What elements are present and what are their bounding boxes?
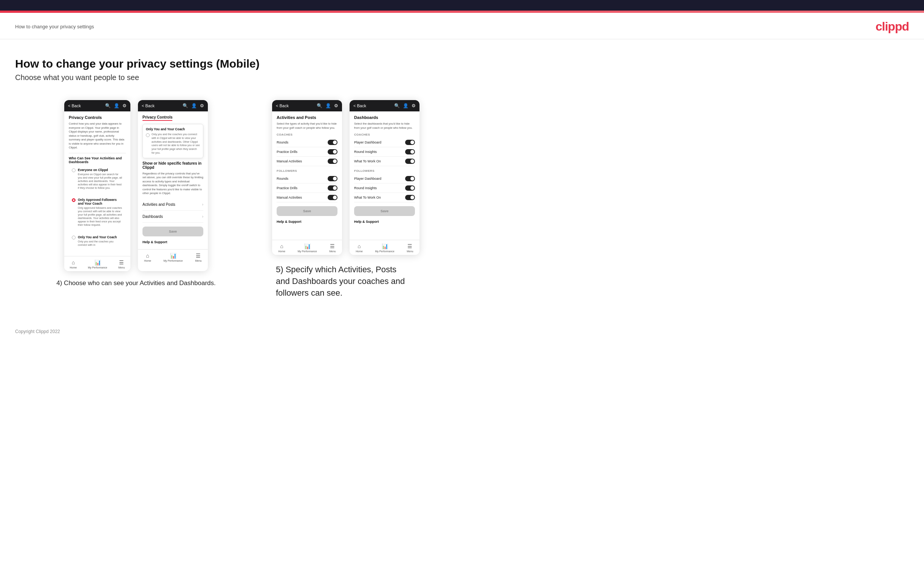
people-icon-3[interactable]: 👤	[325, 103, 331, 108]
round-insights-toggle-followers-control[interactable]	[405, 185, 415, 191]
nav-menu-label-3: Menu	[329, 250, 336, 253]
player-dashboard-toggle-followers-control[interactable]	[405, 176, 415, 181]
what-to-work-on-toggle-coaches[interactable]: What To Work On	[354, 157, 415, 166]
option-followers-coach-text: Only Approved Followers and Your Coach O…	[78, 198, 123, 227]
nav-performance-4[interactable]: 📊 My Performance	[375, 243, 394, 253]
practice-drills-toggle-coaches-control[interactable]	[328, 149, 338, 155]
page-title: How to change your privacy settings (Mob…	[15, 57, 514, 70]
rounds-toggle-followers[interactable]: Rounds	[277, 174, 338, 184]
radio-everyone[interactable]	[72, 168, 76, 172]
option-followers-coach[interactable]: Only Approved Followers and Your Coach O…	[69, 195, 126, 230]
dashboards-label: Dashboards	[142, 214, 163, 219]
nav-menu-4[interactable]: ☰ Menu	[407, 243, 414, 253]
people-icon-2[interactable]: 👤	[191, 103, 197, 108]
people-icon-1[interactable]: 👤	[114, 103, 120, 108]
nav-menu-label-2: Menu	[195, 259, 202, 262]
round-insights-toggle-coaches-control[interactable]	[405, 149, 415, 155]
nav-performance-3[interactable]: 📊 My Performance	[297, 243, 317, 253]
what-to-work-on-toggle-followers[interactable]: What To Work On	[354, 193, 415, 202]
settings-icon-3[interactable]: ⚙	[334, 103, 338, 108]
nav-performance-2[interactable]: 📊 My Performance	[163, 253, 183, 262]
body-1: Privacy Controls Control how you and you…	[64, 111, 130, 256]
nav-home-label-1: Home	[70, 266, 77, 269]
caption-4-block: 4) Choose who can see your Activities an…	[53, 271, 219, 288]
player-dashboard-toggle-followers[interactable]: Player Dashboard	[354, 174, 415, 184]
privacy-controls-tab[interactable]: Privacy Controls	[142, 115, 172, 121]
help-support-4: Help & Support	[354, 216, 415, 225]
dashboards-link[interactable]: Dashboards ›	[142, 211, 203, 223]
rounds-label-followers: Rounds	[277, 177, 288, 181]
bottom-nav-1: ⌂ Home 📊 My Performance ☰ Menu	[64, 256, 130, 271]
radio-you-coach[interactable]	[72, 235, 76, 239]
manual-activities-toggle-coaches-control[interactable]	[328, 159, 338, 164]
save-button-2[interactable]: Save	[142, 227, 203, 236]
screens-group-left: < Back 🔍 👤 ⚙ Privacy Controls Control ho…	[64, 100, 208, 271]
player-dashboard-toggle-coaches-control[interactable]	[405, 140, 415, 145]
rounds-toggle-followers-control[interactable]	[328, 176, 338, 181]
manual-activities-toggle-followers[interactable]: Manual Activities	[277, 193, 338, 202]
round-insights-toggle-followers[interactable]: Round Insights	[354, 184, 415, 193]
settings-icon-2[interactable]: ⚙	[200, 103, 204, 108]
player-dashboard-toggle-coaches[interactable]: Player Dashboard	[354, 138, 415, 147]
activities-posts-link[interactable]: Activities and Posts ›	[142, 198, 203, 211]
save-button-4[interactable]: Save	[354, 206, 415, 216]
coaches-label-3: COACHES	[277, 133, 338, 136]
nav-menu-2[interactable]: ☰ Menu	[195, 253, 202, 262]
what-to-work-on-toggle-followers-control[interactable]	[405, 195, 415, 200]
option-you-coach-text: Only You and Your Coach Only you and the…	[78, 235, 123, 247]
radio-followers-coach[interactable]	[72, 198, 76, 202]
round-insights-toggle-coaches[interactable]: Round Insights	[354, 147, 415, 157]
performance-icon-4: 📊	[382, 243, 388, 249]
practice-drills-toggle-followers[interactable]: Practice Drills	[277, 184, 338, 193]
nav-menu-1[interactable]: ☰ Menu	[118, 259, 125, 269]
manual-activities-label-coaches: Manual Activities	[277, 160, 302, 163]
search-icon-3[interactable]: 🔍	[317, 103, 322, 108]
nav-menu-3[interactable]: ☰ Menu	[329, 243, 336, 253]
nav-home-3[interactable]: ⌂ Home	[278, 243, 285, 253]
settings-icon-1[interactable]: ⚙	[123, 103, 127, 108]
body-4: Dashboards Select the dashboards that yo…	[350, 111, 420, 240]
rounds-toggle-coaches-control[interactable]	[328, 140, 338, 145]
screens-section: < Back 🔍 👤 ⚙ Privacy Controls Control ho…	[15, 100, 514, 299]
practice-drills-toggle-coaches[interactable]: Practice Drills	[277, 147, 338, 157]
performance-icon-2: 📊	[170, 253, 176, 259]
rounds-toggle-coaches[interactable]: Rounds	[277, 138, 338, 147]
save-button-3[interactable]: Save	[277, 206, 338, 216]
manual-activities-toggle-coaches[interactable]: Manual Activities	[277, 157, 338, 166]
nav-home-1[interactable]: ⌂ Home	[70, 259, 77, 269]
nav-home-label-2: Home	[144, 259, 151, 262]
manual-activities-toggle-followers-control[interactable]	[328, 195, 338, 200]
option-you-coach[interactable]: Only You and Your Coach Only you and the…	[69, 233, 126, 249]
search-icon-2[interactable]: 🔍	[183, 103, 188, 108]
search-icon-4[interactable]: 🔍	[394, 103, 400, 108]
nav-home-4[interactable]: ⌂ Home	[355, 243, 363, 253]
option-everyone-desc: Everyone on Clippd can search for you an…	[78, 172, 123, 190]
caption-5: 5) Specify which Activities, Posts and D…	[276, 264, 405, 299]
people-icon-4[interactable]: 👤	[403, 103, 409, 108]
nav-menu-label-4: Menu	[407, 250, 414, 253]
option-everyone[interactable]: Everyone on Clippd Everyone on Clippd ca…	[69, 165, 126, 192]
bottom-nav-4: ⌂ Home 📊 My Performance ☰ Menu	[350, 240, 420, 255]
round-insights-label-followers: Round Insights	[354, 186, 377, 190]
nav-bar-4: < Back 🔍 👤 ⚙	[350, 100, 420, 111]
settings-icon-4[interactable]: ⚙	[412, 103, 416, 108]
nav-performance-label-1: My Performance	[88, 266, 107, 269]
performance-icon-3: 📊	[304, 243, 311, 249]
practice-drills-label-coaches: Practice Drills	[277, 150, 297, 154]
practice-drills-label-followers: Practice Drills	[277, 186, 297, 190]
right-section: < Back 🔍 👤 ⚙ Activities and Posts Select…	[257, 100, 514, 299]
nav-performance-label-2: My Performance	[163, 259, 183, 262]
nav-performance-1[interactable]: 📊 My Performance	[88, 259, 107, 269]
practice-drills-toggle-followers-control[interactable]	[328, 185, 338, 191]
caption-5-line3: followers can see.	[276, 288, 342, 298]
back-button-2[interactable]: < Back	[142, 103, 155, 108]
nav-home-2[interactable]: ⌂ Home	[144, 253, 151, 262]
dashboards-desc: Select the dashboards that you'd like to…	[354, 122, 415, 130]
back-button-4[interactable]: < Back	[353, 103, 366, 108]
mockup-screen-3: < Back 🔍 👤 ⚙ Activities and Posts Select…	[272, 100, 342, 255]
back-button-1[interactable]: < Back	[68, 103, 81, 108]
search-icon-1[interactable]: 🔍	[105, 103, 111, 108]
back-button-3[interactable]: < Back	[276, 103, 289, 108]
what-to-work-on-toggle-coaches-control[interactable]	[405, 159, 415, 164]
bottom-nav-2: ⌂ Home 📊 My Performance ☰ Menu	[138, 249, 208, 264]
